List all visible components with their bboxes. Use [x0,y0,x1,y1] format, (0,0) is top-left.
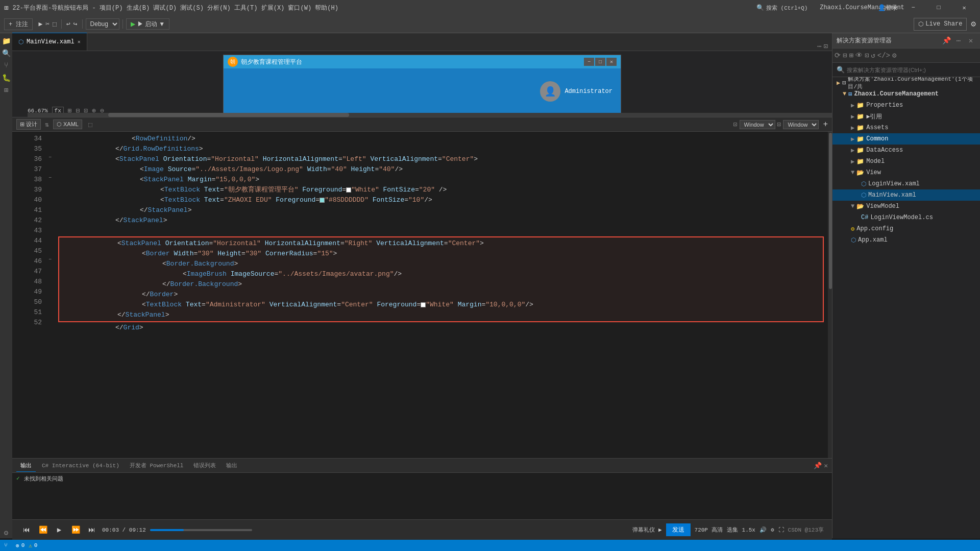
tree-loginviewmodel[interactable]: C# LoginViewModel.cs [832,212,980,223]
bottom-tab-output2[interactable]: 输出 [222,460,241,471]
xaml-icon: ⬡ [57,121,62,127]
tree-assets[interactable]: ▶ 📁 Assets [832,122,980,133]
scope-select-2[interactable]: Window [783,120,819,129]
git-icon[interactable]: ⑂ [1,60,12,71]
collection-btn[interactable]: 选集 [727,526,738,534]
media-play-btn[interactable]: ▶ [53,524,65,536]
code-line-51: </StackPanel> [60,310,822,320]
exp-sync-btn[interactable]: ⟳ [835,51,841,60]
bottom-panel-close[interactable]: ✕ [824,462,828,470]
project-icon: ⊞ [848,90,852,98]
settings-media-icon[interactable]: ⚙ [771,526,774,533]
tab-ctrl-split[interactable]: ⊡ [824,42,828,51]
tree-loginview[interactable]: ⬡ LoginView.xaml [832,178,980,189]
bottom-tab-csharp[interactable]: C# Interactive (64-bit) [38,461,124,471]
preview-max-btn[interactable]: □ [595,58,605,66]
tab-close-btn[interactable]: ✕ [78,39,81,45]
code-line-49: </Border> [60,290,822,300]
secondary-toolbar: + 注注 ▶ ✂ ⬚ ↩ ↪ Debug ▶ ▶ 启动 ▼ ⬡ Live Sha… [0,15,980,33]
tree-appconfig[interactable]: ⚙ App.config [832,223,980,234]
live-share-button[interactable]: ⬡ Live Share [914,18,967,31]
exp-show-all-btn[interactable]: 👁 [855,52,863,60]
xaml-btn[interactable]: ⬡ XAML [53,119,82,129]
preview-scrollbar[interactable] [28,113,832,117]
redo-btn[interactable]: ↪ [74,20,78,28]
ln-44: 44 [24,236,42,246]
common-expand-icon: ▶ [851,135,854,143]
media-rewind-btn[interactable]: ⏪ [37,524,49,536]
design-btn[interactable]: ⊞ 设计 [16,119,41,130]
tree-appxaml[interactable]: ⬡ App.xaml [832,234,980,246]
undo-btn[interactable]: ↩ [66,20,70,28]
panel-pin-btn[interactable]: 📌 [941,36,951,46]
send-btn[interactable]: 发送 [666,523,691,536]
debug-icon[interactable]: 🐛 [1,72,12,83]
explorer-icon[interactable]: 📁 [1,35,12,46]
code-line-37: <Image Source="../Assets/Images/Logo.png… [58,164,824,175]
bottom-tab-errors[interactable]: 错误列表 [189,460,220,471]
media-progress-bar[interactable] [150,529,252,531]
fold-47 [46,265,54,275]
bottom-tab-powershell[interactable]: 开发者 PowerShell [126,460,188,471]
fold-38[interactable]: − [46,173,54,183]
tree-view[interactable]: ▼ 📂 View [832,167,980,178]
bottom-tab-output[interactable]: 输出 [16,460,36,472]
tree-viewmodel[interactable]: ▼ 📂 ViewModel [832,201,980,212]
search-sidebar-icon[interactable]: 🔍 [1,47,12,59]
exp-code-btn[interactable]: </> [877,52,890,60]
fold-52 [46,316,54,326]
solution-root[interactable]: ▶ ⊡ 解决方案'Zhaoxi.CourseManagement'(1个项目/共 [832,77,980,88]
toolbar-icon3[interactable]: ⬚ [53,20,57,28]
bottom-panel-pin[interactable]: 📌 [814,462,822,470]
settings-icon[interactable]: ⚙ [971,19,976,29]
add-comment-btn[interactable]: + 注注 [4,18,33,30]
code-line-36: <StackPanel Orientation="Horizontal" Hor… [58,154,824,164]
toolbar-icon1[interactable]: ▶ [38,20,42,28]
fold-36[interactable]: − [46,152,54,162]
title-text: 22-平台界面-导航按钮布局 - 项目(P) 生成(B) 调试(D) 测试(S)… [12,4,338,12]
config-dropdown[interactable]: Debug [86,18,119,30]
scrollbar-thumb[interactable] [108,113,350,117]
media-forward-btn[interactable]: ⏩ [69,524,82,536]
add-line-btn[interactable]: + [823,120,828,129]
sidebar-icon-misc1[interactable]: ⚙ [1,527,12,538]
volume-icon[interactable]: 🔊 [760,526,767,533]
code-icon[interactable]: ⬚ [88,121,92,129]
exp-settings-btn[interactable]: ⚙ [892,51,896,60]
explorer-search-input[interactable] [847,67,976,73]
tree-dataaccess[interactable]: ▶ 📁 DataAccess [832,145,980,156]
sort-icon[interactable]: ⇅ [45,121,49,129]
panel-close-btn[interactable]: ✕ [966,36,976,46]
exp-collapse-btn[interactable]: ⊟ [843,51,847,60]
tree-references[interactable]: ▶ 📁 ►引用 [832,111,980,122]
exp-refresh-btn[interactable]: ↺ [871,51,875,60]
preview-min-btn[interactable]: − [584,58,594,66]
tree-common[interactable]: ▶ 📁 Common [832,133,980,145]
tab-mainview[interactable]: ⬡ MainView.xaml ✕ [12,33,87,51]
login-button[interactable]: 👤 登录 [876,0,899,15]
toolbar-icon2[interactable]: ✂ [45,20,50,28]
media-prev-btn[interactable]: ⏮ [20,524,33,536]
minimize-button[interactable]: − [901,0,925,15]
ln-46: 46 [24,256,42,267]
panel-options-btn[interactable]: ⋯ [953,36,964,46]
fullscreen-icon[interactable]: ⛶ [778,526,784,533]
tree-properties[interactable]: ▶ 📁 Properties [832,100,980,111]
quality-btn[interactable]: 720P 高清 [695,526,723,534]
extensions-icon[interactable]: ⊞ [1,84,12,95]
tree-model[interactable]: ▶ 📁 Model [832,156,980,167]
toolbar-sep3 [122,19,123,29]
scope-select-1[interactable]: Window [740,120,775,129]
close-button[interactable]: ✕ [952,0,976,15]
fold-46[interactable]: − [46,254,54,265]
exp-filter-btn[interactable]: ⊡ [865,51,869,60]
tab-ctrl-1[interactable]: ⋯ [817,42,821,51]
barrage-btn[interactable]: 弹幕礼仪 ▶ [632,526,662,534]
maximize-button[interactable]: □ [927,0,950,15]
tree-mainview[interactable]: ⬡ MainView.xaml [832,189,980,201]
media-next-btn[interactable]: ⏭ [86,524,98,536]
exp-properties-btn[interactable]: ⊞ [849,51,853,60]
speed-btn[interactable]: 1.5x [742,527,755,533]
start-button[interactable]: ▶ ▶ 启动 ▼ [126,18,170,30]
preview-close-btn[interactable]: ✕ [606,58,617,66]
